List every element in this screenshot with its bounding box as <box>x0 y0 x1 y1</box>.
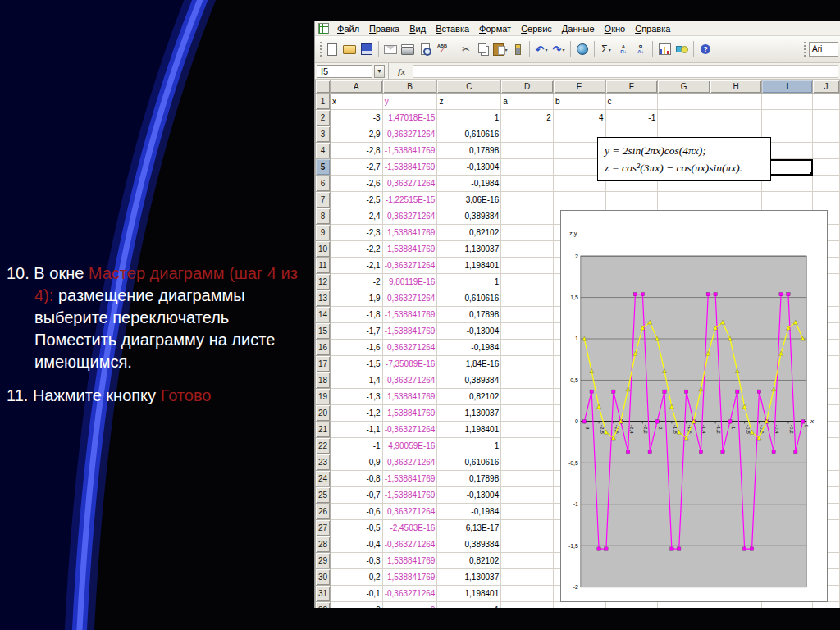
cell-A6[interactable]: -2,6 <box>330 176 382 192</box>
menu-файл[interactable]: Файл <box>332 23 364 34</box>
column-header-i[interactable]: I <box>762 80 813 94</box>
cell-C22[interactable]: 1 <box>437 438 501 454</box>
cell-D15[interactable] <box>501 323 554 340</box>
cell-D7[interactable] <box>501 192 554 208</box>
menu-формат[interactable]: Формат <box>474 23 516 34</box>
cell-A7[interactable]: -2,5 <box>330 192 382 208</box>
undo-icon[interactable]: ▾ <box>534 42 549 57</box>
cell-B26[interactable]: 0,363271264 <box>382 504 437 520</box>
embedded-chart[interactable]: 21,510,50-0,5-1-1,5-2-3-2,8-2,6-2,4-2,2-… <box>560 210 828 602</box>
cell-J4[interactable] <box>813 143 840 159</box>
cell-B24[interactable]: -1,538841769 <box>382 471 437 487</box>
cell-B20[interactable]: 1,538841769 <box>382 405 437 422</box>
cell-B13[interactable]: 0,363271264 <box>382 290 437 307</box>
cell-B2[interactable]: 1,47018E-15 <box>382 110 437 126</box>
cell-J6[interactable] <box>813 176 840 192</box>
cell-F2[interactable]: -1 <box>605 110 658 126</box>
cell-A22[interactable]: -1 <box>330 438 382 454</box>
open-icon[interactable] <box>342 42 357 57</box>
column-header-g[interactable]: G <box>658 80 710 94</box>
cell-C24[interactable]: 0,17898 <box>437 471 501 487</box>
row-header-15[interactable]: 15 <box>316 323 331 340</box>
cell-A31[interactable]: -0,1 <box>330 586 382 602</box>
row-header-8[interactable]: 8 <box>316 208 331 225</box>
cell-C30[interactable]: 1,130037 <box>437 569 501 586</box>
cell-B32[interactable]: 0 <box>382 602 437 609</box>
cell-I2[interactable] <box>762 110 813 126</box>
name-box[interactable]: I5 <box>317 65 372 78</box>
column-header-e[interactable]: E <box>553 80 605 94</box>
cell-C23[interactable]: 0,610616 <box>437 454 501 471</box>
cell-D16[interactable] <box>501 340 554 356</box>
cell-B4[interactable]: -1,538841769 <box>382 143 437 159</box>
menu-окно[interactable]: Окно <box>600 23 631 34</box>
row-header-1[interactable]: 1 <box>316 94 331 110</box>
cell-B5[interactable]: -1,538841769 <box>382 159 437 176</box>
cell-C26[interactable]: -0,1984 <box>437 504 501 520</box>
cell-I7[interactable] <box>762 192 813 208</box>
cell-D3[interactable] <box>501 126 554 143</box>
row-header-16[interactable]: 16 <box>316 340 331 356</box>
row-header-28[interactable]: 28 <box>316 536 331 553</box>
cell-B8[interactable]: -0,363271264 <box>382 208 437 225</box>
cell-A19[interactable]: -1,3 <box>330 389 382 405</box>
cell-A9[interactable]: -2,3 <box>330 225 382 241</box>
cut-icon[interactable] <box>459 42 473 57</box>
row-header-14[interactable]: 14 <box>316 307 331 323</box>
cell-B15[interactable]: -1,538841769 <box>382 323 437 340</box>
menu-сервис[interactable]: Сервис <box>516 23 557 34</box>
column-header-a[interactable]: A <box>330 80 382 94</box>
row-header-12[interactable]: 12 <box>316 274 331 290</box>
cell-C12[interactable]: 1 <box>437 274 501 290</box>
cell-D11[interactable] <box>501 258 554 274</box>
cell-A14[interactable]: -1,8 <box>330 307 382 323</box>
cell-C11[interactable]: 1,198401 <box>437 258 501 274</box>
cell-D26[interactable] <box>501 504 554 520</box>
insert-function-button[interactable]: fx <box>392 66 411 76</box>
cell-H1[interactable] <box>710 94 762 110</box>
row-header-29[interactable]: 29 <box>316 553 331 569</box>
row-header-6[interactable]: 6 <box>316 176 331 192</box>
cell-D10[interactable] <box>501 241 554 258</box>
cell-C7[interactable]: 3,06E-16 <box>437 192 501 208</box>
paste-icon[interactable]: ▾ <box>493 42 508 57</box>
cell-D5[interactable] <box>501 159 554 176</box>
cell-C6[interactable]: -0,1984 <box>437 176 501 192</box>
row-header-10[interactable]: 10 <box>316 241 331 258</box>
cell-C20[interactable]: 1,130037 <box>437 405 501 422</box>
cell-C29[interactable]: 0,82102 <box>437 553 501 569</box>
cell-D20[interactable] <box>501 405 554 422</box>
cell-B18[interactable]: -0,363271264 <box>382 372 437 389</box>
cell-B28[interactable]: -0,363271264 <box>382 536 437 553</box>
row-header-2[interactable]: 2 <box>316 110 331 126</box>
cell-D30[interactable] <box>501 569 554 586</box>
name-box-dropdown-icon[interactable]: ▼ <box>374 65 385 78</box>
cell-C8[interactable]: 0,389384 <box>437 208 501 225</box>
cell-B19[interactable]: 1,538841769 <box>382 389 437 405</box>
cell-J1[interactable] <box>813 94 840 110</box>
row-header-17[interactable]: 17 <box>316 356 331 372</box>
cell-D1[interactable]: a <box>501 94 554 110</box>
cell-D24[interactable] <box>501 471 554 487</box>
row-header-20[interactable]: 20 <box>316 405 331 422</box>
cell-A10[interactable]: -2,2 <box>330 241 382 258</box>
cell-D21[interactable] <box>501 422 554 438</box>
cell-G7[interactable] <box>658 192 710 208</box>
cell-C28[interactable]: 0,389384 <box>437 536 501 553</box>
cell-D31[interactable] <box>501 586 554 602</box>
chart-wizard-icon[interactable] <box>657 42 672 57</box>
insert-hyperlink-icon[interactable] <box>575 42 590 57</box>
menu-справка[interactable]: Справка <box>630 23 675 34</box>
cell-I1[interactable] <box>762 94 813 110</box>
row-header-23[interactable]: 23 <box>316 454 331 471</box>
cell-A32[interactable]: 0 <box>330 602 382 609</box>
cell-J2[interactable] <box>813 110 840 126</box>
cell-C16[interactable]: -0,1984 <box>437 340 501 356</box>
cell-C15[interactable]: -0,13004 <box>437 323 501 340</box>
cell-A17[interactable]: -1,5 <box>330 356 382 372</box>
cell-B7[interactable]: -1,22515E-15 <box>382 192 437 208</box>
drawing-icon[interactable] <box>674 42 689 57</box>
row-header-5[interactable]: 5 <box>316 159 331 176</box>
cell-B17[interactable]: -7,35089E-16 <box>382 356 437 372</box>
cell-H2[interactable] <box>710 110 762 126</box>
